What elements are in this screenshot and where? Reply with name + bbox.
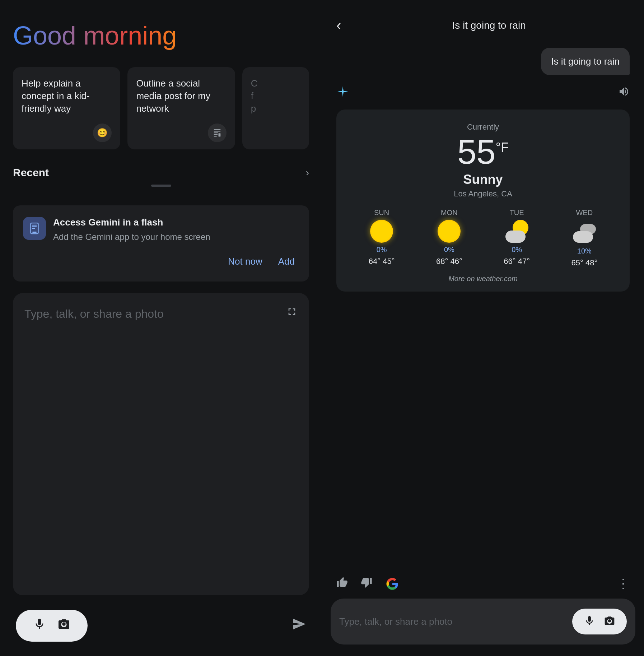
suggest-icon-2 [208,124,227,142]
gemini-star-icon [336,85,349,101]
forecast-precip-sun: 0% [377,246,387,254]
mic-icon-left [33,618,46,634]
promo-subtitle: Add the Gemini app to your home screen [53,231,299,243]
forecast-day-name-mon: MON [441,209,458,217]
suggest-icon-1: 😊 [93,124,112,142]
add-button[interactable]: Add [274,253,299,270]
svg-rect-2 [214,132,218,133]
forecast-day-tue: TUE 0% 66° 47° [485,209,549,267]
suggestion-cards: Help explain a concept in a kid-friendly… [13,67,309,149]
camera-icon-left [57,618,70,634]
right-input-placeholder: Type, talk, or share a photo [339,616,565,627]
sun-icon-mon [438,220,461,243]
sun-icon-sun [370,220,393,243]
forecast-row: SUN 0% 64° 45° MON 0% 68° 46° TUE [349,209,617,267]
promo-text-wrap: Access Gemini in a flash Add the Gemini … [53,217,299,243]
weather-more-link[interactable]: More on weather.com [349,275,617,283]
forecast-precip-mon: 0% [444,246,454,254]
svg-rect-5 [214,136,216,137]
forecast-temps-mon: 68° 46° [436,257,462,266]
forecast-day-name-tue: TUE [510,209,524,217]
left-input-area[interactable]: Type, talk, or share a photo [13,293,309,595]
forecast-precip-tue: 0% [512,246,522,254]
suggestion-card-3[interactable]: Cfp [242,67,309,149]
recent-arrow-icon[interactable]: › [306,167,309,178]
suggestion-card-1[interactable]: Help explain a concept in a kid-friendly… [13,67,120,149]
user-bubble: Is it going to rain [541,48,630,75]
svg-rect-1 [214,131,220,132]
forecast-day-mon: MON 0% 68° 46° [417,209,481,267]
weather-condition: Sunny [349,172,617,187]
right-input-area[interactable]: Type, talk, or share a photo [331,599,635,645]
promo-card: Access Gemini in a flash Add the Gemini … [13,205,309,282]
forecast-day-name-sun: SUN [374,209,389,217]
send-button-left[interactable] [292,617,306,634]
feedback-row: ⋮ [322,569,644,599]
svg-rect-3 [218,134,220,137]
suggestion-card-2[interactable]: Outline a social media post for my netwo… [127,67,235,149]
right-header: ‹ Is it going to rain [322,0,644,42]
chat-content: Is it going to rain Currently [322,42,644,569]
back-button[interactable]: ‹ [336,17,341,33]
promo-card-content: Access Gemini in a flash Add the Gemini … [23,217,299,243]
mic-camera-button-right[interactable] [572,609,627,634]
weather-unit: °F [496,140,509,155]
expand-icon[interactable] [286,306,298,320]
google-search-icon[interactable] [385,577,400,591]
weather-location: Los Angeles, CA [349,189,617,199]
forecast-day-sun: SUN 0% 64° 45° [349,209,414,267]
forecast-temps-tue: 66° 47° [504,257,530,266]
weather-temperature: 55°F [349,135,617,169]
promo-title: Access Gemini in a flash [53,217,299,228]
forecast-day-name-wed: WED [576,209,593,217]
right-panel-title: Is it going to rain [348,20,630,31]
recent-header: Recent › [13,167,309,179]
right-panel: ‹ Is it going to rain Is it going to rai… [322,0,644,656]
mic-icon-right [584,615,595,628]
gemini-response: Currently 55°F Sunny Los Angeles, CA SUN… [336,85,630,292]
suggestion-text-2: Outline a social media post for my netwo… [136,77,226,115]
not-now-button[interactable]: Not now [224,253,266,270]
recent-label: Recent [13,167,49,179]
camera-icon-right [604,615,615,628]
thumbs-down-icon[interactable] [361,577,372,591]
forecast-day-wed: WED 10% 65° 48° [552,209,617,267]
divider-pill [151,185,171,187]
mic-camera-button-left[interactable] [16,610,88,642]
suggestion-text-3: Cfp [251,77,300,115]
weather-card: Currently 55°F Sunny Los Angeles, CA SUN… [336,110,630,292]
svg-rect-4 [214,134,218,135]
suggestion-text-1: Help explain a concept in a kid-friendly… [22,77,112,115]
thumbs-up-icon[interactable] [336,577,348,591]
user-bubble-wrap: Is it going to rain [336,48,630,75]
promo-actions: Not now Add [23,253,299,270]
recent-section: Recent › [13,167,309,195]
left-bottom-bar [13,610,309,642]
more-options-icon[interactable]: ⋮ [617,576,630,591]
weather-currently-label: Currently [349,122,617,132]
svg-rect-0 [214,129,220,130]
forecast-temps-wed: 65° 48° [571,258,598,267]
volume-icon[interactable] [618,86,630,100]
left-panel: Good morning Help explain a concept in a… [0,0,322,656]
forecast-precip-wed: 10% [577,247,592,255]
svg-rect-7 [32,232,37,233]
left-input-placeholder: Type, talk, or share a photo [24,306,164,322]
promo-icon [23,217,46,240]
greeting-text: Good morning [13,22,309,50]
cloud-icon-wed [573,221,596,244]
sun-cloud-icon-tue [505,220,528,243]
gemini-header-row [336,85,630,101]
forecast-temps-sun: 64° 45° [369,257,395,266]
